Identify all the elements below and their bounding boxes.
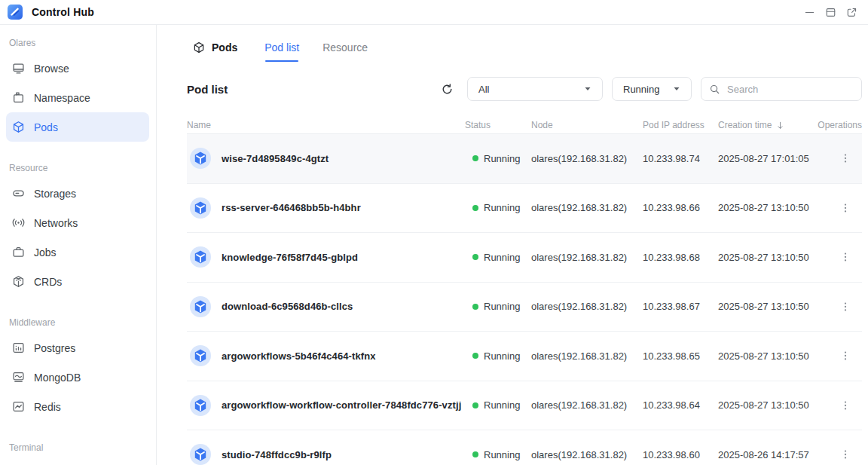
status-text: Running [484,301,520,312]
redis-icon [12,400,25,413]
search-icon [709,84,720,95]
pod-name[interactable]: argoworkflows-5b46f4c464-tkfnx [222,350,376,362]
sidebar-section-label: Resource [9,161,156,176]
status-dot [472,205,478,211]
tab-label: Pod list [264,41,299,54]
column-header-ip[interactable]: Pod IP address [643,120,718,130]
more-actions-button[interactable] [839,202,851,214]
more-actions-button[interactable] [839,350,851,362]
table-row[interactable]: argoworkflow-workflow-controller-7848fdc… [187,381,862,431]
pod-creation-time: 2025-08-27 13:10:50 [718,399,818,411]
table-row[interactable]: download-6c9568d46b-cllcsRunningolares(1… [187,283,862,332]
tab-pod-list[interactable]: Pod list [264,25,299,69]
sidebar-item-namespace[interactable]: Namespace [6,83,149,112]
column-header-status[interactable]: Status [465,120,531,130]
namespace-icon [12,91,25,104]
status-dot [472,451,478,457]
chevron-down-icon [582,84,593,94]
sidebar-item-label: Namespace [34,92,90,104]
sidebar-section-resource: ResourceStoragesNetworksJobsCRDs [0,161,156,296]
pod-name[interactable]: download-6c9568d46b-cllcs [222,301,353,312]
pod-table: wise-7d4895849c-4gtztRunningolares(192.1… [187,133,862,465]
more-actions-button[interactable] [839,152,851,164]
sidebar-item-label: Pods [34,121,58,133]
pod-node: olares(192.168.31.82) [531,301,643,312]
column-header-name[interactable]: Name [187,120,465,130]
sidebar-item-pods[interactable]: Pods [6,112,149,142]
sidebar-section-middleware: MiddlewarePostgresMongoDBRedis [0,315,156,421]
sidebar-item-label: Browse [34,63,69,75]
mongodb-icon [12,371,25,384]
status-filter-select[interactable]: Running [612,77,692,101]
list-toolbar: Pod list All Running [157,77,868,101]
search-input[interactable] [727,84,860,95]
networks-icon [12,216,25,229]
storages-icon [12,187,25,200]
sidebar-section-label: Terminal [9,440,156,455]
table-row[interactable]: rss-server-646468bb5b-h4bhrRunningolares… [187,184,862,234]
status-filter-value: Running [623,84,659,95]
pod-node: olares(192.168.31.82) [531,202,643,213]
sidebar-section-olares: OlaresBrowseNamespacePods [0,35,156,142]
tab-resource[interactable]: Resource [322,25,368,69]
sidebar-item-redis[interactable]: Redis [6,392,149,421]
status-text: Running [484,399,520,411]
sidebar-item-label: Storages [34,188,76,200]
page-tabbar: Pods Pod list Resource [157,25,868,69]
pod-node: olares(192.168.31.82) [531,153,643,164]
pod-node: olares(192.168.31.82) [531,449,643,460]
sidebar-item-mongodb[interactable]: MongoDB [6,363,149,392]
pod-creation-time: 2025-08-27 13:10:50 [718,252,818,263]
refresh-icon[interactable] [441,83,454,96]
sidebar-item-postgres[interactable]: Postgres [6,333,149,363]
sidebar-item-jobs[interactable]: Jobs [6,237,149,267]
pod-name[interactable]: wise-7d4895849c-4gtzt [222,153,329,164]
column-header-creation-time[interactable]: Creation time [718,120,818,130]
status-dot [472,304,478,310]
browse-icon [12,62,25,75]
pod-name[interactable]: knowledge-76f58f7d45-gblpd [222,252,358,263]
pod-node: olares(192.168.31.82) [531,350,643,362]
sidebar-item-browse[interactable]: Browse [6,54,149,83]
minimize-icon[interactable] [804,7,815,18]
sidebar: OlaresBrowseNamespacePodsResourceStorage… [0,25,157,465]
postgres-icon [12,341,25,354]
more-actions-button[interactable] [839,399,851,411]
sidebar-section-label: Middleware [9,315,156,330]
pod-creation-time: 2025-08-27 13:10:50 [718,301,818,312]
table-row[interactable]: argoworkflows-5b46f4c464-tkfnxRunningola… [187,332,862,381]
sort-desc-icon[interactable] [775,121,785,130]
chevron-down-icon [671,84,682,94]
status-text: Running [484,202,520,213]
window-icon[interactable] [825,7,836,18]
pod-avatar-icon [190,345,211,366]
column-header-label: Creation time [718,120,772,130]
namespace-filter-select[interactable]: All [467,77,603,101]
sidebar-item-label: Networks [34,217,78,229]
more-actions-button[interactable] [839,301,851,313]
search-box [701,77,862,101]
pod-avatar-icon [190,197,211,219]
pod-ip: 10.233.98.64 [643,399,718,411]
pod-name[interactable]: studio-748ffdcc9b-r9lfp [222,449,332,460]
table-row[interactable]: wise-7d4895849c-4gtztRunningolares(192.1… [187,134,862,184]
status-dot [472,155,478,161]
table-row[interactable]: studio-748ffdcc9b-r9lfpRunningolares(192… [187,430,862,465]
pod-creation-time: 2025-08-26 14:17:57 [718,449,818,460]
status-text: Running [484,252,520,263]
external-link-icon[interactable] [846,7,857,18]
pod-name[interactable]: rss-server-646468bb5b-h4bhr [222,202,361,213]
more-actions-button[interactable] [839,448,851,460]
status-dot [472,402,478,408]
sidebar-item-storages[interactable]: Storages [6,179,149,208]
sidebar-item-crds[interactable]: CRDs [6,267,149,296]
sidebar-item-networks[interactable]: Networks [6,208,149,237]
more-actions-button[interactable] [839,251,851,263]
main-content: Pods Pod list Resource Pod list All [157,25,868,465]
app-logo-icon [8,5,23,20]
sidebar-item-olares[interactable]: Olares [6,458,149,465]
pod-ip: 10.233.98.68 [643,252,718,263]
pod-name[interactable]: argoworkflow-workflow-controller-7848fdc… [222,399,461,411]
table-row[interactable]: knowledge-76f58f7d45-gblpdRunningolares(… [187,233,862,283]
column-header-node[interactable]: Node [531,120,643,130]
